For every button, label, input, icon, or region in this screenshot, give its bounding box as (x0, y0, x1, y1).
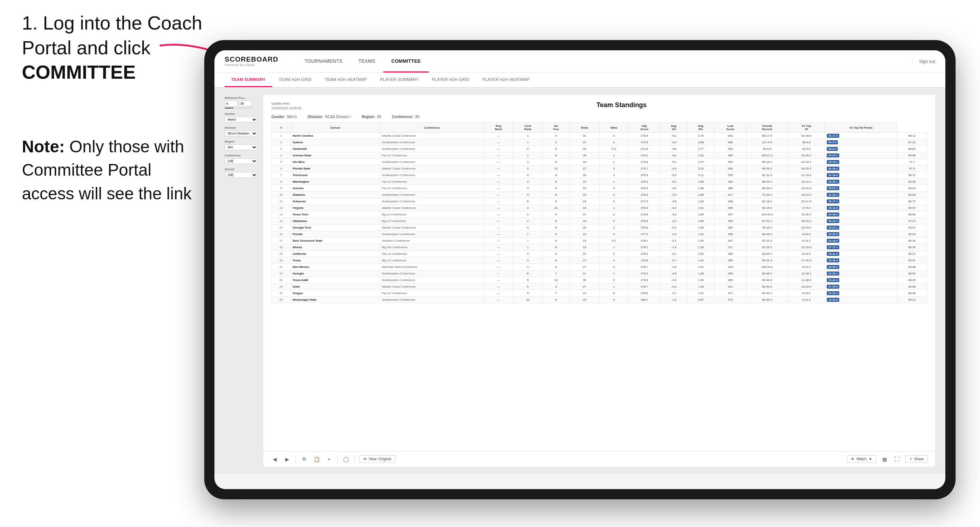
data-cell: -3.5 (660, 211, 687, 218)
data-cell: 215 (714, 264, 746, 270)
table-row: 21New MexicoMountain West Conference—192… (272, 264, 927, 270)
eye-icon: 👁 (363, 457, 367, 461)
data-cell: 23 (570, 244, 600, 251)
data-cell: 4 (513, 172, 543, 179)
data-cell: 4 (600, 257, 628, 264)
watch-button[interactable]: 👁 Watch ▼ (847, 455, 876, 463)
nav-tournaments[interactable]: TOURNAMENTS (296, 50, 350, 73)
sub-nav-team-h2h-grid[interactable]: TEAM H2H GRID (272, 73, 318, 87)
data-cell: 90-32-2 (746, 284, 788, 290)
school-cell: Georgia (291, 270, 380, 277)
sub-nav-player-h2h-grid[interactable]: PLAYER H2H GRID (425, 73, 476, 87)
toolbar-clock-icon[interactable]: ◯ (342, 455, 350, 463)
sign-out-link[interactable]: Sign out (912, 59, 935, 64)
data-cell: — (484, 297, 513, 303)
data-cell: 100-27-1 (746, 152, 788, 159)
vs-top50-cell: 31-18-0 (825, 172, 897, 179)
data-cell: 2.88 (687, 139, 714, 146)
table-row: 25OregonPac-12 Conference—57210278.5-3.1… (272, 290, 927, 297)
vs-top50-cell: 43-23-1 (825, 152, 897, 159)
data-cell: 1 (513, 133, 543, 139)
data-cell: 8 (542, 251, 570, 257)
data-cell: 24 (570, 231, 600, 238)
data-cell: 273.6 (628, 139, 660, 146)
sub-nav: TEAM SUMMARY TEAM H2H GRID TEAM H2H HEAT… (215, 73, 945, 87)
data-cell: 1.85 (687, 218, 714, 224)
data-cell: 269 (714, 257, 746, 264)
data-cell: 2 (513, 165, 543, 172)
data-cell: 280.7 (628, 297, 660, 303)
school-select[interactable]: (All) (225, 172, 258, 178)
data-cell: — (484, 284, 513, 290)
toolbar-copy-icon[interactable]: ⧉ (300, 455, 308, 463)
data-cell: 65.02 (897, 231, 927, 238)
table-row: 19CaliforniaPac-12 Conference—48242278.2… (272, 251, 927, 257)
data-cell: 8 (542, 297, 570, 303)
vs-top50-cell: 37-30-0 (825, 284, 897, 290)
school-cell: Auburn (291, 139, 380, 146)
scoreboard-panel: Update time: 27/03/2024 16:56:26 Team St… (263, 95, 935, 467)
min-rounds-slider[interactable] (225, 108, 254, 109)
toolbar-expand-icon[interactable]: ⛶ (893, 455, 901, 463)
conference-cell: Big Ten Conference (380, 244, 484, 251)
main-content: Minimum Rou... Gender Men's (215, 87, 945, 474)
nav-committee[interactable]: COMMITTEE (383, 50, 429, 73)
conference-cell: Southeastern Conference (380, 270, 484, 277)
data-cell: 10 (542, 165, 570, 172)
gender-select[interactable]: Men's (225, 117, 258, 122)
region-select[interactable]: N/A (225, 144, 258, 150)
data-cell: -4.6 (660, 185, 687, 192)
share-button[interactable]: ⇧ Share (905, 455, 928, 463)
data-cell: 274.8 (628, 159, 660, 165)
data-cell: 2 (600, 211, 628, 218)
data-cell: 10 (542, 277, 570, 284)
school-cell: California (291, 251, 380, 257)
data-cell: 79-25-1 (788, 152, 825, 159)
conference-cell: Southeastern Conference (380, 231, 484, 238)
conference-select[interactable]: (All) (225, 158, 258, 164)
gender-filter: Gender: Men's (271, 115, 297, 119)
toolbar-add-icon[interactable]: + (325, 455, 333, 463)
data-cell: 27 (570, 264, 600, 270)
conference-label: Conference (225, 154, 258, 157)
data-cell: — (484, 198, 513, 205)
data-cell: 2 (600, 224, 628, 231)
sub-nav-team-summary[interactable]: TEAM SUMMARY (225, 73, 272, 87)
data-cell: 8-14-0 (788, 251, 825, 257)
table-row: 14OklahomaBig 12 Conference—28242276.9-3… (272, 218, 927, 224)
col-wins: Wins (600, 123, 628, 133)
data-cell: 60.34 (897, 244, 927, 251)
sub-nav-player-h2h-heatmap[interactable]: PLAYER H2H HEATMAP (476, 73, 536, 87)
nav-teams[interactable]: TEAMS (350, 50, 383, 73)
school-cell: Tennessee (291, 172, 380, 179)
table-row: 9ArizonaPac-12 Conference—38234276.3-4.6… (272, 185, 927, 192)
data-cell: 1.28 (687, 270, 714, 277)
data-cell: 275.7 (628, 165, 660, 172)
table-row: 2AuburnSoutheastern Conference—19276273.… (272, 139, 927, 146)
sub-nav-player-summary[interactable]: PLAYER SUMMARY (374, 73, 425, 87)
division-select[interactable]: NCAA Division I (225, 130, 258, 136)
conference-cell: Big 12 Conference (380, 257, 484, 264)
sub-nav-team-h2h-heatmap[interactable]: TEAM H2H HEATMAP (318, 73, 374, 87)
toolbar-forward-icon[interactable]: ▶ (283, 455, 291, 463)
rank-cell: 4 (272, 152, 291, 159)
toolbar-paste-icon[interactable]: 📋 (313, 455, 321, 463)
tablet-device: SCOREBOARD Powered by clippd TOURNAMENTS… (204, 40, 956, 499)
conference-cell: Pac-12 Conference (380, 290, 484, 297)
min-rounds-min-input[interactable] (225, 101, 237, 106)
rank-cell: 15 (272, 224, 291, 231)
vs-top50-cell: 23-33-1 (825, 290, 897, 297)
data-cell: 262 (714, 159, 746, 165)
min-rounds-max-input[interactable] (239, 101, 251, 106)
data-cell: 8 (542, 185, 570, 192)
view-original-button[interactable]: 👁 View: Original (359, 455, 395, 463)
data-cell: 274.2 (628, 152, 660, 159)
toolbar-back-icon[interactable]: ◀ (270, 455, 278, 463)
division-control: Division NCAA Division I (225, 126, 258, 136)
toolbar-grid-icon[interactable]: ▦ (880, 455, 888, 463)
table-row: 8WashingtonPac-12 Conference—28231276.3-… (272, 179, 927, 185)
data-cell: 221 (714, 284, 746, 290)
data-cell: — (513, 238, 543, 244)
vs-top50-cell: 63-17-0 (825, 133, 897, 139)
data-cell: 8 (542, 192, 570, 198)
